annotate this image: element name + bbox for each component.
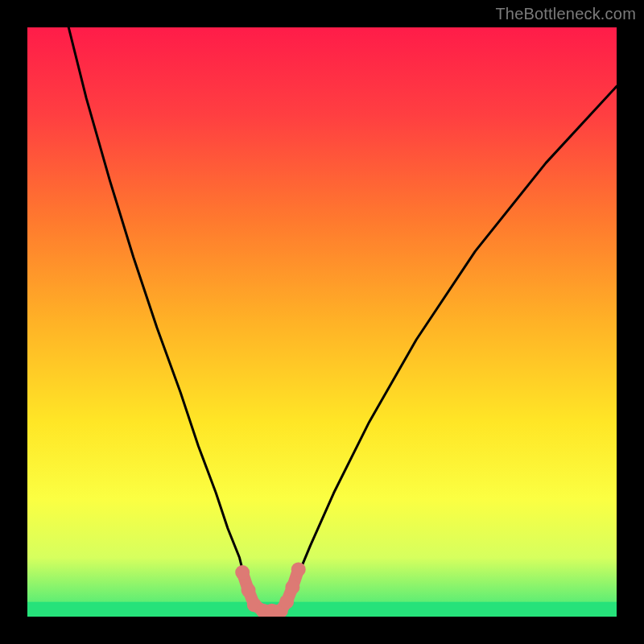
watermark-text: TheBottleneck.com [495, 5, 636, 23]
marker-dot [291, 562, 306, 576]
marker-dot [235, 565, 250, 580]
plot-area [27, 27, 617, 617]
marker-dot [285, 580, 299, 594]
marker-dot [242, 583, 256, 597]
floor-band [27, 602, 617, 617]
chart-frame: TheBottleneck.com [0, 0, 644, 644]
curve-bottleneck-curve [68, 27, 617, 611]
chart-svg [27, 27, 617, 617]
marker-dot [279, 595, 294, 609]
